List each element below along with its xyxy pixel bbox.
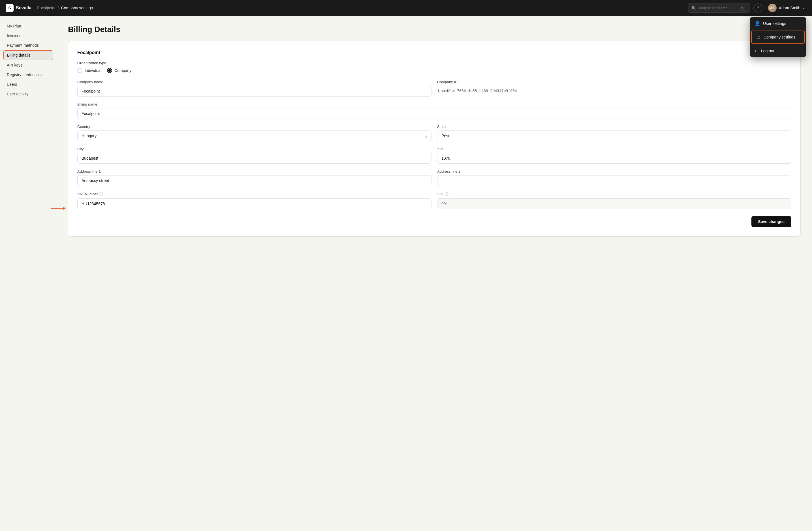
app-layout: My Plan Invoices Payment methods Billing… (0, 16, 812, 531)
vat-row: VAT Number ⓘ VAT ⓘ (77, 192, 791, 209)
radio-company[interactable]: Company (107, 68, 131, 73)
country-select[interactable]: Hungary (77, 131, 432, 141)
vat-group: VAT ⓘ (437, 192, 791, 209)
breadcrumb: Focalpoint / Company settings (37, 6, 93, 10)
country-select-wrapper: Hungary (77, 131, 432, 141)
page-title: Billing Details (68, 25, 801, 34)
radio-individual[interactable]: Individual (77, 68, 101, 73)
sidebar-item-my-plan[interactable]: My Plan (3, 21, 53, 31)
dropdown-label-company-settings: Company settings (764, 35, 795, 39)
country-state-row: Country Hungary State (77, 124, 791, 141)
address2-label: Address line 2 (437, 169, 791, 174)
user-icon: 👤 (755, 21, 760, 26)
dropdown-item-logout[interactable]: ↩ Log out (750, 45, 806, 57)
form-company-heading: Focalpoint (77, 50, 791, 55)
search-icon: 🔍 (691, 6, 696, 10)
user-menu-button[interactable]: AS Adam Smith ▾ (766, 2, 806, 13)
zip-label: ZIP (437, 147, 791, 151)
vat-number-input[interactable] (77, 198, 432, 209)
search-shortcut: ⌘/ (739, 6, 746, 11)
country-group: Country Hungary (77, 124, 432, 141)
sidebar-item-user-activity[interactable]: User activity (3, 89, 53, 99)
company-name-label: Company name (77, 80, 432, 84)
user-dropdown-menu: 👤 User settings 🗂 Company settings ↩ Log… (750, 17, 806, 57)
breadcrumb-parent[interactable]: Focalpoint (37, 6, 56, 10)
company-name-row: Company name Company ID 1acc48b4-7664-4b… (77, 80, 791, 97)
billing-name-row: Billing name (77, 102, 791, 119)
topnav: S Sevalla Focalpoint / Company settings … (0, 0, 812, 16)
billing-name-input[interactable] (77, 108, 791, 119)
city-group: City (77, 147, 432, 164)
address1-input[interactable] (77, 175, 432, 186)
sidebar-item-invoices[interactable]: Invoices (3, 31, 53, 40)
state-input[interactable] (437, 131, 791, 141)
sidebar-item-api-keys[interactable]: API keys (3, 61, 53, 70)
dropdown-label-logout: Log out (761, 49, 774, 53)
vat-input (437, 198, 791, 209)
avatar: AS (768, 4, 777, 12)
vat-number-label: VAT Number ⓘ (77, 192, 432, 197)
brand-name: Sevalla (16, 5, 31, 11)
briefcase-icon: 🗂 (756, 34, 761, 40)
billing-name-label: Billing name (77, 102, 791, 106)
chevron-down-icon: ▾ (803, 6, 804, 10)
sidebar: My Plan Invoices Payment methods Billing… (0, 16, 57, 531)
search-bar[interactable]: 🔍 Jump to or search... ⌘/ (688, 3, 750, 13)
logo-icon: S (6, 4, 14, 12)
brand-logo[interactable]: S Sevalla (6, 4, 31, 12)
company-id-group: Company ID 1acc48b4-7664-4b55-b489-9d434… (437, 80, 791, 97)
org-type-radio-group: Individual Company (77, 68, 791, 73)
dropdown-item-company-settings[interactable]: 🗂 Company settings (751, 31, 805, 44)
sidebar-item-registry-credentials[interactable]: Registry credentials (3, 70, 53, 79)
city-zip-row: City ZIP (77, 147, 791, 164)
org-type-label: Organization type (77, 61, 791, 65)
breadcrumb-current: Company settings (61, 6, 93, 10)
radio-label-individual: Individual (85, 68, 101, 73)
address2-group: Address line 2 (437, 169, 791, 186)
billing-name-group: Billing name (77, 102, 791, 119)
radio-label-company: Company (114, 68, 131, 73)
state-label: State (437, 124, 791, 129)
address1-label: Address line 1 (77, 169, 432, 174)
radio-circle-individual (77, 68, 82, 73)
company-name-group: Company name (77, 80, 432, 97)
radio-circle-company (107, 68, 112, 73)
city-label: City (77, 147, 432, 151)
search-placeholder: Jump to or search... (698, 6, 731, 10)
zip-group: ZIP (437, 147, 791, 164)
vat-arrow-indicator (51, 208, 66, 209)
sidebar-item-payment-methods[interactable]: Payment methods (3, 41, 53, 50)
dropdown-item-user-settings[interactable]: 👤 User settings (750, 17, 806, 29)
address2-input[interactable] (437, 175, 791, 186)
logout-icon: ↩ (755, 48, 758, 54)
company-id-value: 1acc48b4-7664-4b55-b489-9d4347e9f904 (437, 86, 791, 96)
city-input[interactable] (77, 153, 432, 164)
vat-label: VAT ⓘ (437, 192, 791, 197)
dropdown-label-user-settings: User settings (763, 21, 786, 26)
main-content: Billing Details Focalpoint Organization … (57, 16, 812, 531)
sidebar-item-users[interactable]: Users (3, 80, 53, 89)
country-label: Country (77, 124, 432, 129)
vat-number-group: VAT Number ⓘ (77, 192, 432, 209)
address1-group: Address line 1 (77, 169, 432, 186)
user-name: Adam Smith (779, 6, 800, 10)
state-group: State (437, 124, 791, 141)
address-row: Address line 1 Address line 2 (77, 169, 791, 186)
save-button[interactable]: Save changes (751, 216, 791, 227)
zip-input[interactable] (437, 153, 791, 164)
form-actions: Save changes (77, 216, 791, 227)
breadcrumb-separator: / (58, 6, 59, 10)
company-name-input[interactable] (77, 86, 432, 97)
sidebar-item-billing-details[interactable]: Billing details (3, 50, 53, 60)
help-button[interactable]: ? (753, 3, 763, 13)
company-id-label: Company ID (437, 80, 791, 84)
billing-form-card: Focalpoint Organization type Individual … (68, 41, 801, 237)
